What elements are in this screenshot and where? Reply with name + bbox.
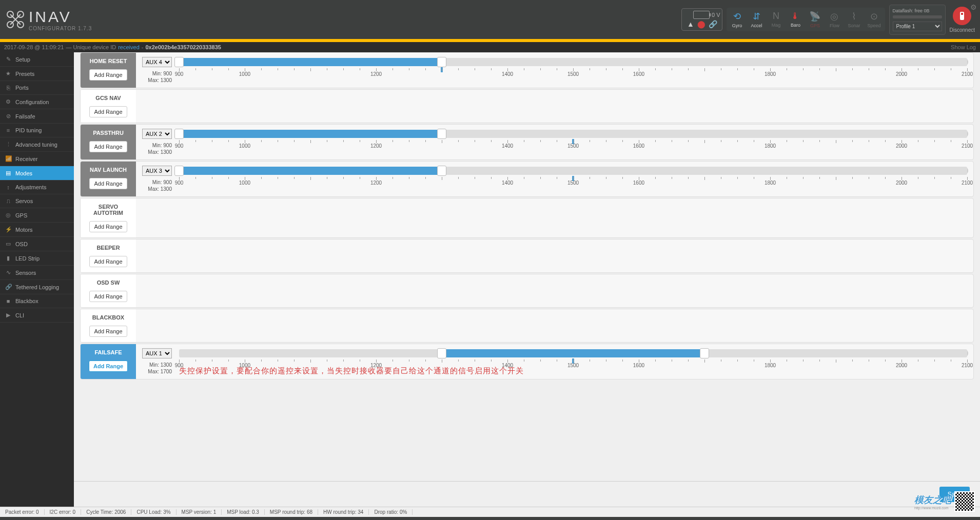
tick-label: 1500 — [567, 143, 579, 149]
sidebar-icon: 📶 — [5, 155, 11, 162]
add-range-button[interactable]: Add Range — [89, 141, 127, 152]
dataflash-label: Dataflash: free 0B — [893, 8, 942, 13]
battery-status: 0 V ▲ ⬤ 🔗 — [681, 8, 722, 31]
range-min: Min: 1300 — [142, 362, 172, 368]
sidebar-icon: ⚡ — [5, 226, 11, 233]
sidebar-item-adjustments[interactable]: ↕Adjustments — [0, 181, 74, 194]
statusbar-item: Drop ratio: 0% — [369, 509, 413, 515]
sidebar-icon: ⎍ — [5, 198, 11, 204]
log-timestamp: 2017-09-28 @ 11:09:21 — [4, 44, 64, 50]
aux-select[interactable]: AUX 2 — [142, 129, 172, 139]
sidebar-item-ports[interactable]: ⎘Ports — [0, 81, 74, 95]
range-slider[interactable] — [179, 349, 967, 357]
tick-label: 2100 — [962, 180, 973, 186]
sidebar-item-gps[interactable]: ◎GPS — [0, 208, 74, 223]
range-max: Max: 1300 — [142, 186, 172, 192]
sidebar-item-configuration[interactable]: ⚙Configuration — [0, 95, 74, 109]
sidebar-item-blackbox[interactable]: ■Blackbox — [0, 294, 74, 308]
add-range-button[interactable]: Add Range — [89, 221, 127, 232]
sidebar-item-modes[interactable]: ▤Modes — [0, 166, 74, 181]
sidebar-item-setup[interactable]: ✎Setup — [0, 52, 74, 67]
slider-handle-high[interactable] — [437, 57, 446, 67]
app-name: INAV — [29, 8, 92, 26]
sidebar-item-motors[interactable]: ⚡Motors — [0, 223, 74, 237]
statusbar-item: Packet error: 0 — [0, 509, 45, 515]
sidebar-icon: 🔗 — [5, 284, 11, 290]
aux-select[interactable]: AUX 1 — [142, 348, 172, 358]
dataflash-bar — [893, 15, 942, 18]
sidebar-icon: ◎ — [5, 212, 11, 218]
mode-row-osd-sw: OSD SW Add Range — [80, 274, 974, 308]
sidebar-icon: ✎ — [5, 56, 11, 63]
tick-label: 2100 — [962, 71, 973, 77]
slider-handle-low[interactable] — [174, 57, 184, 67]
tick-label: 1600 — [633, 363, 644, 368]
add-range-button[interactable]: Add Range — [89, 69, 127, 81]
slider-handle-high[interactable] — [437, 166, 446, 176]
add-range-button[interactable]: Add Range — [89, 256, 127, 267]
statusbar: Packet error: 0I2C error: 0Cycle Time: 2… — [0, 507, 980, 517]
mode-row-gcs-nav: GCS NAV Add Range — [80, 89, 974, 123]
sidebar-item-led-strip[interactable]: ▮LED Strip — [0, 251, 74, 266]
sidebar-item-osd[interactable]: ▭OSD — [0, 237, 74, 251]
mode-row-beeper: BEEPER Add Range — [80, 239, 974, 273]
add-range-button[interactable]: Add Range — [89, 291, 127, 302]
sidebar-item-label: Adjustments — [15, 184, 47, 190]
sidebar-icon: ▭ — [5, 241, 11, 247]
sidebar-item-servos[interactable]: ⎍Servos — [0, 194, 74, 208]
mode-row-failsafe: FAILSAFE Add Range × AUX 1 Min: 1300Max:… — [80, 344, 974, 379]
range-min: Min: 900 — [142, 142, 172, 149]
slider-handle-high[interactable] — [700, 348, 709, 358]
statusbar-item: HW round trip: 34 — [318, 509, 369, 515]
show-log-button[interactable]: Show Log — [951, 44, 976, 50]
usb-disconnect-icon — [953, 7, 971, 25]
settings-gear-icon[interactable]: ⚙ — [970, 3, 977, 11]
add-range-button[interactable]: Add Range — [89, 361, 128, 372]
sidebar-item-pid-tuning[interactable]: ≡PID tuning — [0, 124, 74, 137]
mode-row-home-reset: HOME RESET Add Range × AUX 4 Min: 900Max… — [80, 52, 974, 88]
tick-label: 1200 — [370, 143, 382, 149]
sensor-indicators: ⟲Gyro ⇵Accel NMag 🌡Baro 📡GPS ◎Flow ⌇Sona… — [727, 8, 885, 31]
sidebar-item-label: Modes — [15, 170, 32, 176]
sidebar-item-presets[interactable]: ★Presets — [0, 67, 74, 81]
range-slider[interactable] — [179, 167, 967, 175]
sidebar-item-label: Advanced tuning — [15, 142, 57, 148]
sidebar-item-label: CLI — [15, 312, 24, 318]
sidebar-item-receiver[interactable]: 📶Receiver — [0, 152, 74, 166]
add-range-button[interactable]: Add Range — [89, 106, 127, 117]
sidebar-item-advanced-tuning[interactable]: ⋮Advanced tuning — [0, 137, 74, 152]
tick-label: 2000 — [896, 363, 907, 368]
statusbar-item: Cycle Time: 2006 — [81, 509, 131, 515]
tick-label: 2100 — [962, 143, 973, 149]
qr-code-icon — [954, 491, 975, 512]
slider-handle-low[interactable] — [174, 166, 184, 176]
tick-label: 1000 — [239, 143, 250, 149]
sidebar-item-failsafe[interactable]: ⊘Failsafe — [0, 109, 74, 124]
add-range-button[interactable]: Add Range — [89, 326, 127, 337]
sidebar-item-tethered-logging[interactable]: 🔗Tethered Logging — [0, 280, 74, 294]
profile-select[interactable]: Profile 1 — [893, 22, 942, 31]
slider-handle-high[interactable] — [437, 129, 446, 139]
tick-label: 1600 — [633, 143, 644, 149]
range-max: Max: 1300 — [142, 77, 172, 84]
range-slider[interactable] — [179, 58, 967, 66]
sidebar-item-label: OSD — [15, 241, 28, 247]
tick-label: 1000 — [239, 180, 250, 186]
range-slider[interactable] — [179, 130, 967, 138]
range-max: Max: 1700 — [142, 368, 172, 375]
tick-label: 1500 — [567, 180, 579, 186]
tick-label: 1800 — [765, 180, 776, 186]
aux-select[interactable]: AUX 3 — [142, 166, 172, 176]
statusbar-item: I2C error: 0 — [45, 509, 82, 515]
tick-label: 1000 — [239, 71, 250, 77]
sidebar-item-sensors[interactable]: ∿Sensors — [0, 266, 74, 280]
slider-handle-low[interactable] — [174, 129, 184, 139]
tick-label: 1400 — [502, 143, 513, 149]
aux-select[interactable]: AUX 4 — [142, 57, 172, 67]
mode-name: NAV LAUNCH — [90, 167, 127, 173]
add-range-button[interactable]: Add Range — [89, 178, 127, 189]
dataflash-box: Dataflash: free 0B Profile 1 — [889, 5, 946, 35]
slider-handle-low[interactable] — [437, 348, 446, 358]
battery-voltage: 0 V — [712, 12, 720, 18]
sidebar-item-cli[interactable]: ▶CLI — [0, 308, 74, 323]
